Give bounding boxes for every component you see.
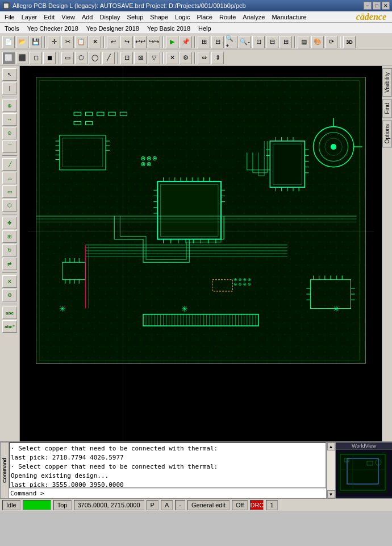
menu-display[interactable]: Display (96, 13, 123, 21)
tb2-rect[interactable]: ▭ (61, 52, 74, 64)
menu-file[interactable]: File (1, 13, 18, 21)
tb-sep6 (340, 36, 341, 48)
lt-sep3 (2, 214, 17, 214)
lt-rotate[interactable]: ↻ (2, 244, 17, 257)
scroll-down[interactable]: ▼ (327, 490, 335, 498)
lt-add-arc[interactable]: ⌓ (2, 172, 17, 184)
tb2-cross[interactable]: ✕ (166, 52, 178, 64)
svg-point-83 (148, 163, 150, 165)
tb-save[interactable]: 💾 (30, 36, 42, 48)
lt-copy[interactable]: ⊞ (2, 230, 17, 243)
tb-copy[interactable]: 📋 (75, 36, 87, 48)
tb2-sel3[interactable]: ◻ (30, 52, 42, 64)
tb-3d[interactable]: 3D (343, 36, 356, 48)
tb2-stretch-h[interactable]: ⇔ (198, 52, 210, 64)
tb2-stretch-v[interactable]: ⇕ (211, 52, 224, 64)
tb2-sel2[interactable]: ⬛ (16, 52, 28, 64)
menu-manufacture[interactable]: Manufacture (268, 13, 310, 21)
tb-zoom-in[interactable]: 🔍+ (225, 36, 237, 48)
status-off: Off (232, 500, 248, 510)
menu-yep-checker[interactable]: Yep Checker 2018 (24, 24, 82, 32)
tb-refresh[interactable]: ⟳ (325, 36, 337, 48)
tb-run[interactable]: ▶ (166, 36, 178, 48)
mini-map: WorldView (335, 442, 392, 498)
lt-text[interactable]: abc (2, 307, 17, 319)
lt-delete[interactable]: ✕ (2, 275, 17, 288)
menu-add[interactable]: Add (78, 13, 97, 21)
menu-layer[interactable]: Layer (18, 13, 41, 21)
tb-zoom-fit[interactable]: ⊡ (252, 36, 265, 48)
close-button[interactable]: ✕ (382, 2, 390, 10)
tb-redo2[interactable]: ↪↪ (148, 36, 160, 48)
tb2-line[interactable]: ╱ (102, 52, 115, 64)
minimize-button[interactable]: − (364, 2, 372, 10)
find-tab[interactable]: Find (382, 99, 392, 118)
maximize-button[interactable]: □ (373, 2, 381, 10)
tb-colors[interactable]: 🎨 (311, 36, 324, 48)
status-indicator (23, 500, 51, 510)
menu-route[interactable]: Route (216, 13, 239, 21)
menu-yep-designer[interactable]: Yep Designer 2018 (83, 24, 143, 32)
pcb-canvas[interactable]: ✳ ✳ ✳ (20, 66, 382, 441)
lt-add-via[interactable]: ⊙ (2, 127, 17, 139)
tb2-poly[interactable]: ⬡ (75, 52, 87, 64)
lt-add-connect[interactable]: ⊕ (2, 100, 17, 112)
status-idle: Idle (2, 500, 20, 510)
lt-sep4 (2, 272, 17, 273)
menu-edit[interactable]: Edit (40, 13, 58, 21)
console-area: Command · Select copper that need to be … (0, 441, 392, 498)
tb2-sel-all[interactable]: ⊡ (120, 52, 133, 64)
tb2-desel[interactable]: ⊠ (134, 52, 147, 64)
tb2-prop[interactable]: ⚙ (180, 52, 192, 64)
lt-prop[interactable]: ⚙ (2, 289, 17, 301)
menu-help[interactable]: Help (195, 24, 215, 32)
tb-layers[interactable]: ▤ (298, 36, 310, 48)
tb-undo[interactable]: ↩ (107, 36, 119, 48)
menu-setup[interactable]: Setup (124, 13, 147, 21)
menu-view[interactable]: View (58, 13, 78, 21)
scroll-track[interactable] (327, 450, 335, 490)
lt-select[interactable]: ↖ (2, 68, 17, 81)
tb-redo[interactable]: ↪ (120, 36, 133, 48)
lt-text-add[interactable]: abc⁺ (2, 320, 17, 333)
tb-cut[interactable]: ✂ (61, 36, 74, 48)
tb-sep5 (294, 36, 295, 48)
lt-add-poly[interactable]: ⬡ (2, 199, 17, 212)
menu-place[interactable]: Place (193, 13, 216, 21)
tb2-sel1[interactable]: ⬜ (2, 52, 15, 64)
lt-slide[interactable]: ↔ (2, 113, 17, 126)
menu-tools[interactable]: Tools (1, 24, 23, 32)
visibility-tab[interactable]: Visibility (382, 68, 392, 97)
tb-grid2[interactable]: ⊟ (211, 36, 224, 48)
lt-move[interactable]: ✥ (2, 217, 17, 229)
lt-custom-smooth[interactable]: ⌒ (2, 140, 17, 153)
options-tab[interactable]: Options (382, 120, 392, 147)
lt-add-line[interactable]: ╱ (2, 158, 17, 171)
tb2-sel4[interactable]: ◼ (43, 52, 56, 64)
tb2-filter[interactable]: ▽ (148, 52, 160, 64)
command-input[interactable] (9, 490, 326, 497)
svg-point-75 (142, 158, 144, 159)
tb-delete[interactable]: ✕ (89, 36, 101, 48)
tb-select[interactable]: ✛ (48, 36, 60, 48)
tb-open[interactable]: 📂 (16, 36, 28, 48)
menu-logic[interactable]: Logic (172, 13, 193, 21)
scroll-up[interactable]: ▲ (327, 442, 335, 450)
svg-text:✳: ✳ (59, 304, 66, 313)
lt-ibeam[interactable]: | (2, 82, 17, 94)
tb-grid1[interactable]: ⊞ (198, 36, 210, 48)
lt-mirror[interactable]: ⇌ (2, 258, 17, 270)
menu-yep-basic[interactable]: Yep Basic 2018 (144, 24, 194, 32)
main-content: ↖ | ⊕ ↔ ⊙ ⌒ ╱ ⌓ ▭ ⬡ ✥ ⊞ ↻ ⇌ ✕ ⚙ abc abc⁺ (0, 66, 392, 441)
menu-analyze[interactable]: Analyze (239, 13, 268, 21)
tb-zoom-out[interactable]: 🔍- (239, 36, 251, 48)
tb-zoom-next[interactable]: ⊞ (280, 36, 292, 48)
tb-zoom-prev[interactable]: ⊟ (266, 36, 278, 48)
menu-shape[interactable]: Shape (147, 13, 172, 21)
tb-pin[interactable]: 📌 (180, 36, 192, 48)
status-coords: 3705.0000, 2715.0000 (74, 500, 144, 510)
tb2-circ[interactable]: ◯ (89, 52, 101, 64)
lt-add-rect[interactable]: ▭ (2, 185, 17, 198)
tb-new[interactable]: 📄 (2, 36, 15, 48)
tb-undo2[interactable]: ↩↩ (134, 36, 147, 48)
